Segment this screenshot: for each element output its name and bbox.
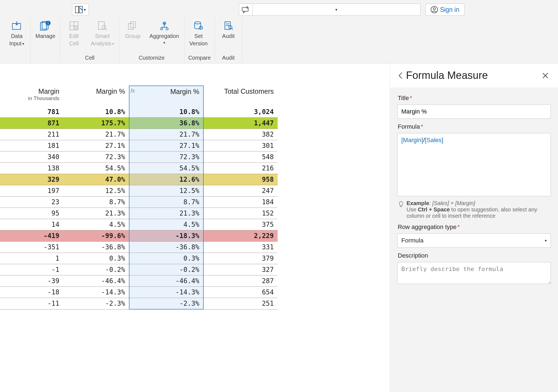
table-cell[interactable]: 10.8% — [129, 106, 203, 118]
table-cell[interactable]: 247 — [203, 185, 278, 197]
table-cell[interactable]: 0.3% — [63, 253, 129, 264]
aggregation-button[interactable]: Aggregation ▾ — [148, 18, 180, 46]
table-cell[interactable]: -99.6% — [63, 230, 129, 242]
table-cell[interactable]: 27.1% — [129, 140, 203, 151]
table-cell[interactable]: 12.5% — [63, 185, 129, 197]
table-cell[interactable]: -0.2% — [63, 264, 129, 275]
table-row[interactable]: -11-2.3%-2.3%251 — [0, 298, 278, 310]
table-cell[interactable]: -18 — [0, 287, 63, 298]
table-cell[interactable]: 47.0% — [63, 174, 129, 185]
table-cell[interactable]: -46.4% — [129, 275, 203, 287]
table-cell[interactable]: 3,024 — [203, 106, 278, 118]
table-cell[interactable]: 379 — [203, 253, 278, 264]
table-cell[interactable]: 23 — [0, 197, 63, 208]
table-cell[interactable]: 54.5% — [129, 163, 203, 174]
table-cell[interactable]: -39 — [0, 275, 63, 287]
col-marginpct1-header[interactable]: Margin % — [63, 86, 129, 106]
table-cell[interactable]: 21.3% — [63, 208, 129, 219]
table-cell[interactable]: 327 — [203, 264, 278, 275]
table-cell[interactable]: 10.8% — [63, 106, 129, 118]
table-cell[interactable]: 1 — [0, 253, 63, 264]
table-cell[interactable]: -18.3% — [129, 230, 203, 242]
table-row[interactable]: 13854.5%54.5%216 — [0, 163, 278, 174]
table-row[interactable]: -1-0.2%-0.2%327 — [0, 264, 278, 275]
description-input[interactable] — [397, 262, 551, 284]
table-cell[interactable]: 21.3% — [129, 208, 203, 219]
col-margin-header[interactable]: Margin in Thousands — [0, 86, 63, 106]
manage-button[interactable]: 1 Manage — [34, 18, 56, 48]
title-input[interactable] — [397, 104, 551, 119]
table-cell[interactable]: 251 — [203, 298, 278, 310]
data-input-button[interactable]: Data Input▾ — [7, 18, 26, 48]
back-button[interactable] — [395, 70, 406, 81]
table-cell[interactable]: -36.8% — [129, 242, 203, 253]
table-cell[interactable]: 72.3% — [129, 151, 203, 163]
table-row[interactable]: 144.5%4.5%375 — [0, 219, 278, 230]
table-row[interactable]: 34072.3%72.3%548 — [0, 151, 278, 163]
table-cell[interactable]: -11 — [0, 298, 63, 310]
table-cell[interactable]: 36.8% — [129, 118, 203, 129]
table-row[interactable]: -351-36.8%-36.8%331 — [0, 242, 278, 253]
table-cell[interactable]: 8.7% — [129, 197, 203, 208]
table-cell[interactable]: 4.5% — [129, 219, 203, 230]
table-row[interactable]: 78110.8%10.8%3,024 — [0, 106, 278, 118]
table-cell[interactable]: 8.7% — [63, 197, 129, 208]
comment-split-button[interactable]: ▾ — [239, 4, 421, 16]
table-cell[interactable]: 340 — [0, 151, 63, 163]
table-row[interactable]: 21121.7%21.7%382 — [0, 129, 278, 140]
table-cell[interactable]: 781 — [0, 106, 63, 118]
set-version-button[interactable]: Set Version — [188, 18, 209, 48]
table-row[interactable]: -419-99.6%-18.3%2,229 — [0, 230, 278, 242]
table-row[interactable]: 238.7%8.7%184 — [0, 197, 278, 208]
table-cell[interactable]: -1 — [0, 264, 63, 275]
table-cell[interactable]: 2,229 — [203, 230, 278, 242]
table-cell[interactable]: 301 — [203, 140, 278, 151]
table-cell[interactable]: 958 — [203, 174, 278, 185]
table-cell[interactable]: 12.6% — [129, 174, 203, 185]
data-table[interactable]: Margin in Thousands Margin % fx Margin %… — [0, 85, 278, 310]
table-cell[interactable]: -46.4% — [63, 275, 129, 287]
table-cell[interactable]: -0.2% — [129, 264, 203, 275]
table-cell[interactable]: 654 — [203, 287, 278, 298]
table-cell[interactable]: 184 — [203, 197, 278, 208]
table-row[interactable]: 19712.5%12.5%247 — [0, 185, 278, 197]
col-total-customers-header[interactable]: Total Customers — [203, 86, 278, 106]
comment-dropdown[interactable]: ▾ — [252, 4, 421, 16]
table-cell[interactable]: 329 — [0, 174, 63, 185]
table-cell[interactable]: 138 — [0, 163, 63, 174]
table-cell[interactable]: 1,447 — [203, 118, 278, 129]
table-cell[interactable]: 548 — [203, 151, 278, 163]
table-row[interactable]: -18-14.3%-14.3%654 — [0, 287, 278, 298]
table-cell[interactable]: -419 — [0, 230, 63, 242]
formula-input[interactable]: [Margin]/[Sales] — [397, 133, 551, 196]
table-cell[interactable]: -14.3% — [129, 287, 203, 298]
rowagg-select[interactable]: Formula ▾ — [397, 233, 551, 248]
close-button[interactable] — [540, 70, 551, 81]
table-cell[interactable]: 216 — [203, 163, 278, 174]
table-cell[interactable]: 152 — [203, 208, 278, 219]
table-cell[interactable]: 181 — [0, 140, 63, 151]
table-cell[interactable]: -351 — [0, 242, 63, 253]
table-row[interactable]: 32947.0%12.6%958 — [0, 174, 278, 185]
col-marginpct2-header[interactable]: fx Margin % — [129, 86, 203, 106]
table-cell[interactable]: 871 — [0, 118, 63, 129]
table-cell[interactable]: 0.3% — [129, 253, 203, 264]
table-cell[interactable]: -36.8% — [63, 242, 129, 253]
table-cell[interactable]: 4.5% — [63, 219, 129, 230]
table-row[interactable]: 9521.3%21.3%152 — [0, 208, 278, 219]
table-row[interactable]: -39-46.4%-46.4%287 — [0, 275, 278, 287]
table-cell[interactable]: 331 — [203, 242, 278, 253]
table-cell[interactable]: 197 — [0, 185, 63, 197]
table-row[interactable]: 18127.1%27.1%301 — [0, 140, 278, 151]
table-cell[interactable]: 72.3% — [63, 151, 129, 163]
table-cell[interactable]: 54.5% — [63, 163, 129, 174]
table-cell[interactable]: 21.7% — [129, 129, 203, 140]
table-cell[interactable]: 175.7% — [63, 118, 129, 129]
layout-toggle-button[interactable]: ▾ — [72, 4, 89, 16]
table-cell[interactable]: -2.3% — [129, 298, 203, 310]
table-cell[interactable]: 12.5% — [129, 185, 203, 197]
table-cell[interactable]: 14 — [0, 219, 63, 230]
table-row[interactable]: 871175.7%36.8%1,447 — [0, 118, 278, 129]
table-cell[interactable]: 287 — [203, 275, 278, 287]
table-row[interactable]: 10.3%0.3%379 — [0, 253, 278, 264]
